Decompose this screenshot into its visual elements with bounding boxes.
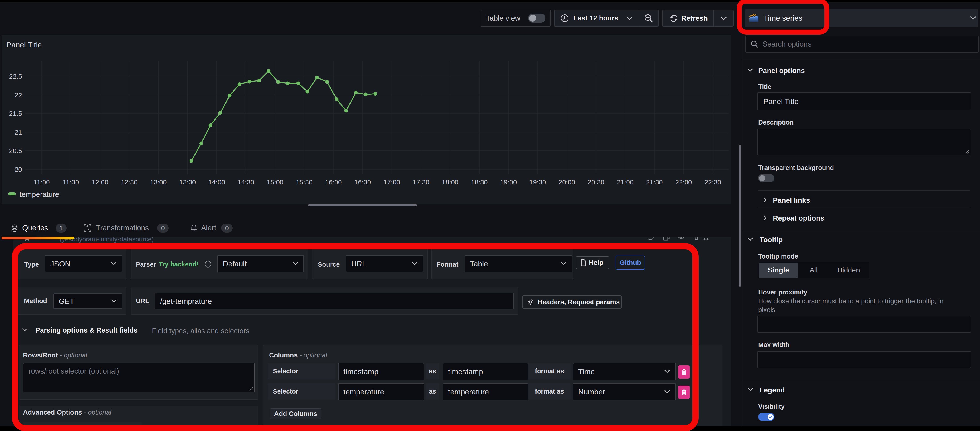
svg-text:15:00: 15:00: [267, 178, 283, 186]
svg-text:21.5: 21.5: [9, 110, 22, 117]
svg-text:16:00: 16:00: [325, 178, 342, 186]
svg-text:20: 20: [15, 166, 22, 173]
svg-text:14:30: 14:30: [237, 178, 254, 186]
svg-text:20:30: 20:30: [587, 178, 604, 186]
svg-text:13:00: 13:00: [150, 178, 167, 186]
svg-text:12:30: 12:30: [121, 178, 137, 186]
svg-text:22:00: 22:00: [675, 178, 692, 186]
svg-text:22: 22: [15, 91, 22, 99]
svg-text:11:30: 11:30: [63, 178, 79, 186]
svg-text:17:30: 17:30: [412, 178, 429, 186]
svg-text:20:00: 20:00: [558, 178, 575, 186]
svg-text:19:30: 19:30: [529, 178, 546, 186]
svg-text:15:30: 15:30: [296, 178, 312, 186]
svg-text:22:30: 22:30: [704, 178, 721, 186]
svg-text:21: 21: [15, 129, 22, 136]
svg-text:20.5: 20.5: [9, 147, 22, 154]
svg-text:12:00: 12:00: [92, 178, 108, 186]
svg-text:21:00: 21:00: [617, 178, 633, 186]
svg-text:19:00: 19:00: [500, 178, 517, 186]
svg-text:16:30: 16:30: [354, 178, 371, 186]
svg-text:17:00: 17:00: [383, 178, 400, 186]
svg-text:14:00: 14:00: [208, 178, 225, 186]
svg-text:temperature: temperature: [20, 190, 59, 199]
svg-text:22.5: 22.5: [9, 73, 22, 80]
svg-text:13:30: 13:30: [179, 178, 196, 186]
svg-text:18:30: 18:30: [471, 178, 488, 186]
svg-text:11:00: 11:00: [33, 178, 50, 186]
svg-text:21:30: 21:30: [646, 178, 663, 186]
svg-text:18:00: 18:00: [442, 178, 458, 186]
